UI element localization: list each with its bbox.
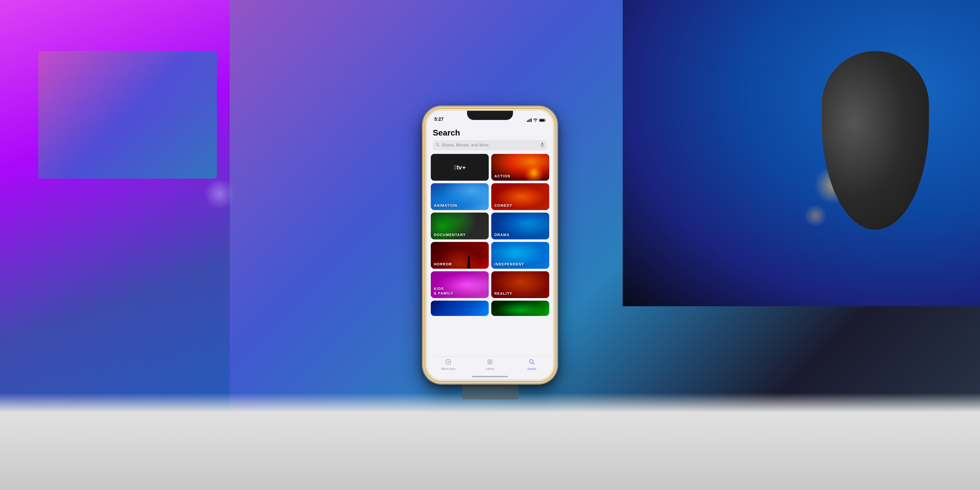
genre-label-documentary: DOCUMENTARY (434, 233, 466, 237)
nav-item-library[interactable]: Library (469, 359, 511, 370)
battery-icon (539, 119, 546, 122)
wifi-icon (533, 118, 538, 122)
nav-label-search: Search (528, 367, 536, 370)
bokeh-light-3 (204, 179, 235, 209)
genre-card-action[interactable]: ACTION (491, 154, 549, 181)
genre-card-horror[interactable]: HORROR (431, 242, 489, 269)
bokeh-light-2 (804, 204, 827, 227)
search-icon (436, 143, 439, 148)
svg-rect-0 (527, 121, 528, 122)
status-icons (527, 118, 546, 122)
nav-label-library: Library (486, 367, 494, 370)
svg-rect-12 (489, 361, 491, 361)
svg-rect-1 (528, 120, 529, 122)
phone-device: 5:27 (424, 107, 556, 383)
svg-rect-8 (542, 142, 543, 145)
genre-card-comedy[interactable]: COMEDY (491, 183, 549, 210)
screen-content: Search Shows, Movies, and More (427, 124, 553, 379)
genre-card-blue[interactable] (431, 301, 489, 316)
genre-card-documentary[interactable]: DOCUMENTARY (431, 213, 489, 239)
svg-rect-5 (545, 120, 546, 121)
genre-card-drama[interactable]: DRAMA (491, 213, 549, 239)
genre-label-kids: KIDS & FAMILY (434, 286, 453, 296)
notch (467, 111, 513, 120)
genre-card-kids[interactable]: KIDS & FAMILY (431, 271, 489, 298)
svg-rect-13 (489, 362, 491, 363)
mic-icon[interactable] (541, 142, 544, 148)
library-icon (487, 359, 493, 366)
genre-card-green[interactable] (491, 301, 549, 316)
search-bar[interactable]: Shows, Movies, and More (433, 140, 547, 150)
svg-rect-3 (531, 118, 531, 122)
genre-card-animation[interactable]: ANIMATION (431, 183, 489, 210)
phone-body: 5:27 (424, 107, 556, 383)
page-title: Search (427, 124, 553, 140)
svg-rect-2 (530, 119, 530, 122)
genre-grid:  tv + ACTION (427, 154, 553, 316)
signal-icon (527, 118, 531, 122)
nav-item-search[interactable]: Search (511, 359, 553, 370)
phone-screen: 5:27 (427, 111, 553, 379)
genre-card-independent[interactable]: INDEPENDENT (491, 242, 549, 269)
svg-point-15 (530, 360, 533, 363)
monitor (38, 51, 217, 179)
appletv-logo:  tv + (454, 164, 466, 171)
svg-rect-6 (540, 119, 544, 121)
genre-card-appletv[interactable]:  tv + (431, 154, 489, 181)
search-nav-icon (529, 359, 535, 366)
nav-label-watch-now: Watch Now (441, 367, 455, 370)
watch-now-icon (445, 359, 451, 366)
desk-surface (0, 393, 980, 490)
status-time: 5:27 (434, 117, 444, 122)
nav-item-watch-now[interactable]: Watch Now (427, 359, 469, 370)
genre-label-drama: DRAMA (494, 233, 510, 237)
genre-label-independent: INDEPENDENT (494, 262, 524, 266)
genre-card-reality[interactable]: REALITY (491, 271, 549, 298)
svg-rect-14 (489, 363, 490, 363)
genre-label-horror: HORROR (434, 262, 452, 266)
genre-label-reality: REALITY (494, 291, 512, 296)
genre-label-action: ACTION (494, 174, 511, 178)
genre-label-animation: ANIMATION (434, 204, 457, 207)
home-indicator (472, 376, 508, 377)
svg-marker-10 (448, 361, 449, 363)
search-placeholder: Shows, Movies, and More (442, 143, 538, 148)
genre-label-comedy: COMEDY (494, 204, 512, 207)
